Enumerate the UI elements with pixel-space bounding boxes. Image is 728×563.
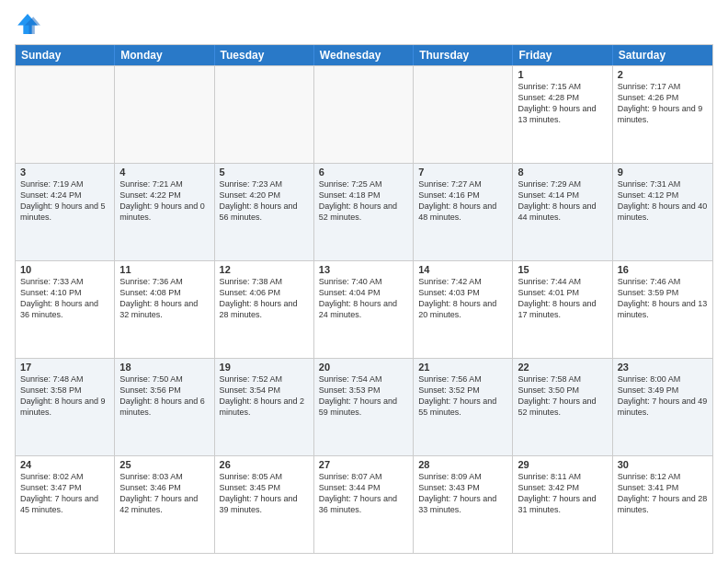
day-number: 4 bbox=[119, 167, 209, 178]
cal-cell-7: 7Sunrise: 7:27 AM Sunset: 4:16 PM Daylig… bbox=[414, 164, 513, 260]
cal-cell-15: 15Sunrise: 7:44 AM Sunset: 4:01 PM Dayli… bbox=[513, 261, 612, 358]
day-number: 2 bbox=[618, 69, 708, 80]
header-day-sunday: Sunday bbox=[16, 45, 115, 65]
cal-cell-21: 21Sunrise: 7:56 AM Sunset: 3:52 PM Dayli… bbox=[414, 359, 513, 455]
cell-info: Sunrise: 7:23 AM Sunset: 4:20 PM Dayligh… bbox=[220, 178, 309, 224]
cal-cell-26: 26Sunrise: 8:05 AM Sunset: 3:45 PM Dayli… bbox=[215, 456, 314, 553]
cell-info: Sunrise: 7:31 AM Sunset: 4:12 PM Dayligh… bbox=[618, 178, 708, 224]
logo bbox=[15, 11, 44, 37]
cell-info: Sunrise: 7:36 AM Sunset: 4:08 PM Dayligh… bbox=[119, 276, 209, 321]
cal-cell-20: 20Sunrise: 7:54 AM Sunset: 3:53 PM Dayli… bbox=[314, 359, 414, 455]
day-number: 14 bbox=[418, 264, 507, 275]
day-number: 19 bbox=[220, 362, 309, 373]
cal-cell-14: 14Sunrise: 7:42 AM Sunset: 4:03 PM Dayli… bbox=[414, 261, 513, 358]
day-number: 22 bbox=[518, 362, 607, 373]
header-day-tuesday: Tuesday bbox=[215, 45, 314, 65]
day-number: 16 bbox=[618, 264, 708, 275]
cell-info: Sunrise: 8:07 AM Sunset: 3:44 PM Dayligh… bbox=[319, 471, 408, 516]
calendar-body: 1Sunrise: 7:15 AM Sunset: 4:28 PM Daylig… bbox=[16, 65, 712, 553]
cell-info: Sunrise: 8:12 AM Sunset: 3:41 PM Dayligh… bbox=[618, 471, 708, 516]
cell-info: Sunrise: 7:15 AM Sunset: 4:28 PM Dayligh… bbox=[518, 81, 607, 126]
cell-info: Sunrise: 7:44 AM Sunset: 4:01 PM Dayligh… bbox=[518, 276, 607, 321]
day-number: 18 bbox=[119, 362, 209, 373]
cal-cell-19: 19Sunrise: 7:52 AM Sunset: 3:54 PM Dayli… bbox=[215, 359, 314, 455]
cal-cell-2: 2Sunrise: 7:17 AM Sunset: 4:26 PM Daylig… bbox=[613, 66, 712, 163]
calendar: SundayMondayTuesdayWednesdayThursdayFrid… bbox=[15, 44, 713, 554]
cell-info: Sunrise: 7:29 AM Sunset: 4:14 PM Dayligh… bbox=[518, 178, 607, 224]
cell-info: Sunrise: 7:50 AM Sunset: 3:56 PM Dayligh… bbox=[119, 373, 209, 419]
day-number: 25 bbox=[119, 459, 209, 470]
cell-info: Sunrise: 7:38 AM Sunset: 4:06 PM Dayligh… bbox=[220, 276, 309, 321]
cal-cell-11: 11Sunrise: 7:36 AM Sunset: 4:08 PM Dayli… bbox=[115, 261, 214, 358]
cal-cell-4: 4Sunrise: 7:21 AM Sunset: 4:22 PM Daylig… bbox=[115, 164, 214, 260]
calendar-row-1: 1Sunrise: 7:15 AM Sunset: 4:28 PM Daylig… bbox=[16, 65, 712, 163]
cell-info: Sunrise: 8:05 AM Sunset: 3:45 PM Dayligh… bbox=[220, 471, 309, 516]
header-day-thursday: Thursday bbox=[414, 45, 513, 65]
calendar-row-3: 10Sunrise: 7:33 AM Sunset: 4:10 PM Dayli… bbox=[16, 260, 712, 358]
cell-info: Sunrise: 7:25 AM Sunset: 4:18 PM Dayligh… bbox=[319, 178, 408, 224]
cell-info: Sunrise: 7:40 AM Sunset: 4:04 PM Dayligh… bbox=[319, 276, 408, 321]
cell-info: Sunrise: 7:54 AM Sunset: 3:53 PM Dayligh… bbox=[319, 373, 408, 419]
day-number: 5 bbox=[220, 167, 309, 178]
day-number: 10 bbox=[20, 264, 109, 275]
cal-cell-27: 27Sunrise: 8:07 AM Sunset: 3:44 PM Dayli… bbox=[314, 456, 414, 553]
day-number: 6 bbox=[319, 167, 408, 178]
cell-info: Sunrise: 7:17 AM Sunset: 4:26 PM Dayligh… bbox=[618, 81, 708, 126]
cal-cell-8: 8Sunrise: 7:29 AM Sunset: 4:14 PM Daylig… bbox=[513, 164, 612, 260]
cell-info: Sunrise: 7:42 AM Sunset: 4:03 PM Dayligh… bbox=[418, 276, 507, 321]
day-number: 8 bbox=[518, 167, 607, 178]
cal-cell-empty-2 bbox=[215, 66, 314, 163]
cal-cell-empty-1 bbox=[115, 66, 214, 163]
cell-info: Sunrise: 7:33 AM Sunset: 4:10 PM Dayligh… bbox=[20, 276, 109, 321]
cal-cell-13: 13Sunrise: 7:40 AM Sunset: 4:04 PM Dayli… bbox=[314, 261, 414, 358]
day-number: 13 bbox=[319, 264, 408, 275]
cal-cell-10: 10Sunrise: 7:33 AM Sunset: 4:10 PM Dayli… bbox=[16, 261, 115, 358]
cal-cell-25: 25Sunrise: 8:03 AM Sunset: 3:46 PM Dayli… bbox=[115, 456, 214, 553]
header-day-friday: Friday bbox=[513, 45, 612, 65]
cell-info: Sunrise: 8:03 AM Sunset: 3:46 PM Dayligh… bbox=[119, 471, 209, 516]
day-number: 7 bbox=[418, 167, 507, 178]
cell-info: Sunrise: 8:11 AM Sunset: 3:42 PM Dayligh… bbox=[518, 471, 607, 516]
header bbox=[15, 11, 713, 37]
day-number: 23 bbox=[618, 362, 708, 373]
cal-cell-empty-0 bbox=[16, 66, 115, 163]
cal-cell-23: 23Sunrise: 8:00 AM Sunset: 3:49 PM Dayli… bbox=[613, 359, 712, 455]
day-number: 27 bbox=[319, 459, 408, 470]
logo-icon bbox=[15, 11, 40, 37]
cal-cell-17: 17Sunrise: 7:48 AM Sunset: 3:58 PM Dayli… bbox=[16, 359, 115, 455]
cell-info: Sunrise: 8:09 AM Sunset: 3:43 PM Dayligh… bbox=[418, 471, 507, 516]
cell-info: Sunrise: 7:27 AM Sunset: 4:16 PM Dayligh… bbox=[418, 178, 507, 224]
calendar-row-5: 24Sunrise: 8:02 AM Sunset: 3:47 PM Dayli… bbox=[16, 455, 712, 553]
day-number: 15 bbox=[518, 264, 607, 275]
day-number: 17 bbox=[20, 362, 109, 373]
cell-info: Sunrise: 7:52 AM Sunset: 3:54 PM Dayligh… bbox=[220, 373, 309, 419]
cell-info: Sunrise: 8:02 AM Sunset: 3:47 PM Dayligh… bbox=[20, 471, 109, 516]
header-day-monday: Monday bbox=[115, 45, 214, 65]
cal-cell-24: 24Sunrise: 8:02 AM Sunset: 3:47 PM Dayli… bbox=[16, 456, 115, 553]
cal-cell-3: 3Sunrise: 7:19 AM Sunset: 4:24 PM Daylig… bbox=[16, 164, 115, 260]
header-day-saturday: Saturday bbox=[613, 45, 712, 65]
day-number: 20 bbox=[319, 362, 408, 373]
day-number: 12 bbox=[220, 264, 309, 275]
cell-info: Sunrise: 7:48 AM Sunset: 3:58 PM Dayligh… bbox=[20, 373, 109, 419]
day-number: 29 bbox=[518, 459, 607, 470]
header-day-wednesday: Wednesday bbox=[314, 45, 414, 65]
day-number: 21 bbox=[418, 362, 507, 373]
cal-cell-9: 9Sunrise: 7:31 AM Sunset: 4:12 PM Daylig… bbox=[613, 164, 712, 260]
cal-cell-6: 6Sunrise: 7:25 AM Sunset: 4:18 PM Daylig… bbox=[314, 164, 414, 260]
cell-info: Sunrise: 8:00 AM Sunset: 3:49 PM Dayligh… bbox=[618, 373, 708, 419]
cell-info: Sunrise: 7:58 AM Sunset: 3:50 PM Dayligh… bbox=[518, 373, 607, 419]
cell-info: Sunrise: 7:19 AM Sunset: 4:24 PM Dayligh… bbox=[20, 178, 109, 224]
day-number: 11 bbox=[119, 264, 209, 275]
calendar-row-4: 17Sunrise: 7:48 AM Sunset: 3:58 PM Dayli… bbox=[16, 358, 712, 455]
day-number: 9 bbox=[618, 167, 708, 178]
cal-cell-29: 29Sunrise: 8:11 AM Sunset: 3:42 PM Dayli… bbox=[513, 456, 612, 553]
cell-info: Sunrise: 7:21 AM Sunset: 4:22 PM Dayligh… bbox=[119, 178, 209, 224]
cal-cell-16: 16Sunrise: 7:46 AM Sunset: 3:59 PM Dayli… bbox=[613, 261, 712, 358]
cal-cell-12: 12Sunrise: 7:38 AM Sunset: 4:06 PM Dayli… bbox=[215, 261, 314, 358]
cell-info: Sunrise: 7:56 AM Sunset: 3:52 PM Dayligh… bbox=[418, 373, 507, 419]
day-number: 1 bbox=[518, 69, 607, 80]
cal-cell-18: 18Sunrise: 7:50 AM Sunset: 3:56 PM Dayli… bbox=[115, 359, 214, 455]
day-number: 24 bbox=[20, 459, 109, 470]
day-number: 3 bbox=[20, 167, 109, 178]
